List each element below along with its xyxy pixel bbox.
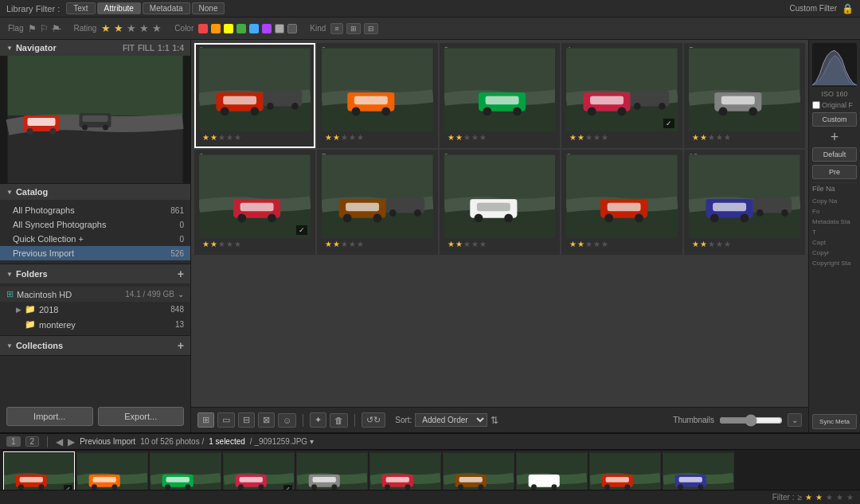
sync-meta-btn[interactable]: Sync Meta: [812, 414, 857, 429]
photo-stars-6[interactable]: ★★★★★: [199, 238, 311, 250]
zoom-1-1[interactable]: 1:1: [158, 44, 169, 53]
kind-master-btn[interactable]: ⊞: [346, 23, 361, 34]
flag-icon-neutral[interactable]: ⚐: [40, 23, 49, 34]
fs-photo-9[interactable]: ★★★★★: [589, 451, 661, 490]
color-none[interactable]: [287, 24, 297, 33]
export-button[interactable]: Export...: [98, 407, 185, 426]
drive-chevron[interactable]: ⌄: [178, 290, 184, 299]
fs-photo-7[interactable]: ★★★★★: [443, 451, 514, 490]
star-2[interactable]: ★: [114, 22, 123, 34]
photo-stars-3[interactable]: ★★★★★: [444, 131, 556, 143]
folder-monterey[interactable]: ▶ 📁 monterey 13: [0, 317, 190, 332]
photo-cell-5[interactable]: 5 ★★★★★: [684, 43, 805, 148]
fs-photo-2[interactable]: ★★★★★: [76, 451, 148, 490]
photo-cell-7[interactable]: 7 ★★★★★: [317, 150, 438, 255]
collections-add-btn[interactable]: +: [178, 339, 184, 352]
color-red[interactable]: [198, 24, 208, 33]
catalog-all-photographs[interactable]: All Photographs 861: [0, 203, 190, 217]
fs-filter-star3[interactable]: ★: [826, 493, 833, 502]
fs-nav-next[interactable]: ▶: [68, 436, 75, 447]
photo-cell-4[interactable]: 4 ✓★★★★★: [561, 43, 682, 148]
fs-photo-8[interactable]: ★★★★★: [516, 451, 588, 490]
photo-stars-7[interactable]: ★★★★★: [322, 238, 433, 250]
folders-add-btn[interactable]: +: [178, 268, 184, 280]
color-green[interactable]: [236, 24, 246, 33]
catalog-previous-import[interactable]: Previous Import 526: [0, 246, 190, 260]
survey-view-btn[interactable]: ⊠: [258, 412, 275, 428]
star-4[interactable]: ★: [139, 22, 149, 34]
catalog-all-synced[interactable]: All Synced Photographs 0: [0, 217, 190, 232]
photo-stars-1[interactable]: ★★★★★: [199, 131, 311, 143]
photo-stars-9[interactable]: ★★★★★: [566, 238, 678, 250]
fs-photo-6[interactable]: ★★★★★: [369, 451, 441, 490]
rotate-btn[interactable]: ↺↻: [362, 412, 385, 428]
photo-stars-5[interactable]: ★★★★★: [689, 131, 800, 143]
star-3[interactable]: ★: [127, 22, 136, 34]
preset-btn[interactable]: Pre: [812, 165, 857, 179]
zoom-fill[interactable]: FILL: [138, 44, 154, 53]
fs-photo-3[interactable]: ★★★★★: [150, 451, 221, 490]
folder-2018[interactable]: ▶ 📁 2018 848: [0, 302, 190, 317]
zoom-fit[interactable]: FIT: [123, 44, 135, 53]
star-5[interactable]: ★: [152, 22, 162, 34]
star-1[interactable]: ★: [101, 22, 111, 34]
original-checkbox[interactable]: [812, 101, 820, 109]
navigator-header[interactable]: ▼ Navigator FIT FILL 1:1 1:4: [0, 40, 190, 56]
photo-cell-3[interactable]: 3 ★★★★★: [440, 43, 561, 148]
spray-btn[interactable]: ✦: [310, 412, 326, 428]
color-gray[interactable]: [275, 24, 284, 33]
default-btn[interactable]: Default: [812, 147, 857, 162]
filter-tab-attribute[interactable]: Attribute: [97, 2, 141, 14]
delete-btn[interactable]: 🗑: [330, 413, 348, 428]
thumbnail-size-slider[interactable]: [719, 414, 783, 427]
fs-filter-star5[interactable]: ★: [846, 493, 854, 502]
fs-filter-star1[interactable]: ★: [805, 493, 812, 502]
color-orange[interactable]: [211, 24, 221, 33]
photo-cell-2[interactable]: 2 ★★★★★: [317, 43, 438, 148]
photo-stars-2[interactable]: ★★★★★: [322, 131, 433, 143]
loupe-view-btn[interactable]: ▭: [217, 412, 235, 428]
filter-tab-text[interactable]: Text: [66, 2, 95, 14]
thumbnail-options-btn[interactable]: ⌄: [788, 413, 802, 427]
fs-filter-star2[interactable]: ★: [815, 493, 823, 502]
kind-all-btn[interactable]: ≡: [330, 23, 342, 34]
flag-icon-up[interactable]: ⚑: [28, 23, 37, 34]
filter-tab-none[interactable]: None: [192, 2, 225, 14]
filmstrip-tab-1[interactable]: 1: [6, 436, 21, 447]
compare-view-btn[interactable]: ⊟: [238, 412, 255, 428]
collections-header[interactable]: ▼ Collections +: [0, 336, 190, 355]
fs-photo-10[interactable]: ★★★★★: [663, 451, 734, 490]
photo-stars-8[interactable]: ★★★★★: [444, 238, 556, 250]
photo-cell-10[interactable]: 10 ★★★★★: [684, 150, 805, 255]
fs-photo-5[interactable]: ★★★★★: [296, 451, 368, 490]
grid-view-btn[interactable]: ⊞: [197, 412, 214, 428]
folders-header[interactable]: ▼ Folders +: [0, 264, 190, 283]
add-btn[interactable]: +: [812, 130, 857, 144]
catalog-quick-collection[interactable]: Quick Collection + 0: [0, 232, 190, 246]
photo-cell-6[interactable]: 6 ✓★★★★★: [194, 150, 315, 255]
fs-photo-4[interactable]: ✓★★★★★: [223, 451, 295, 490]
color-yellow[interactable]: [224, 24, 233, 33]
photo-cell-1[interactable]: 1 ★★★★★: [194, 43, 315, 148]
photo-cell-8[interactable]: 8 ★★★★★: [440, 150, 561, 255]
fs-nav-prev[interactable]: ◀: [56, 436, 63, 447]
import-button[interactable]: Import...: [6, 407, 93, 426]
catalog-header[interactable]: ▼ Catalog: [0, 184, 190, 200]
filmstrip-tab-2[interactable]: 2: [25, 436, 40, 447]
fs-filter-star4[interactable]: ★: [836, 493, 843, 502]
kind-virtual-btn[interactable]: ⊟: [364, 23, 378, 34]
photo-stars-4[interactable]: ★★★★★: [566, 131, 678, 143]
photo-cell-9[interactable]: 9 ★★★★★: [561, 150, 682, 255]
people-view-btn[interactable]: ☺: [278, 413, 296, 428]
color-blue[interactable]: [249, 24, 259, 33]
zoom-1-4[interactable]: 1:4: [173, 44, 184, 53]
flag-icon-reject[interactable]: ⚑: [52, 23, 61, 34]
filter-tab-metadata[interactable]: Metadata: [143, 2, 190, 14]
color-purple[interactable]: [262, 24, 272, 33]
sort-select[interactable]: Added Order Capture Time Edit Time Ratin…: [415, 413, 487, 427]
fs-photo-1[interactable]: ✓★★★★★: [3, 451, 75, 490]
custom-btn[interactable]: Custom: [812, 112, 857, 127]
photo-stars-10[interactable]: ★★★★★: [689, 238, 800, 250]
lock-icon[interactable]: 🔒: [842, 3, 854, 14]
sort-direction[interactable]: ⇅: [491, 415, 498, 426]
